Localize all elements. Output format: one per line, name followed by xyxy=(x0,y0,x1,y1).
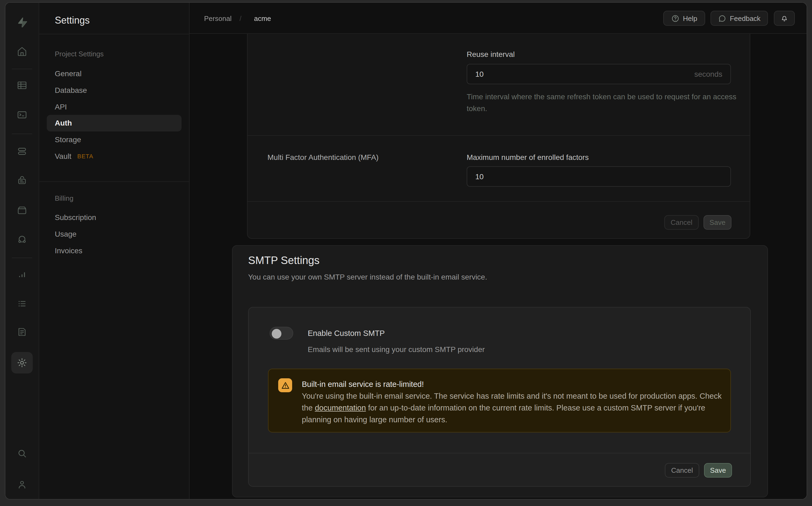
sidebar-header-divider xyxy=(39,34,189,34)
sidebar-item-database[interactable]: Database xyxy=(47,82,181,98)
notifications-button[interactable] xyxy=(774,11,795,26)
sidebar-item-subscription[interactable]: Subscription xyxy=(47,209,181,226)
smtp-title: SMTP Settings xyxy=(248,254,319,267)
top-header: Personal / acme Help Feedback xyxy=(190,3,807,34)
footer-divider xyxy=(247,201,750,202)
smtp-card: Enable Custom SMTP Emails will be sent u… xyxy=(248,307,751,487)
beta-badge: BETA xyxy=(77,153,93,159)
smtp-cancel-button[interactable]: Cancel xyxy=(665,463,699,478)
settings-icon[interactable] xyxy=(11,352,33,373)
home-icon[interactable] xyxy=(11,41,33,62)
reuse-interval-input-box: seconds xyxy=(467,64,731,84)
settings-sidebar: Settings Project Settings General Databa… xyxy=(39,3,190,499)
rail-divider xyxy=(12,69,32,69)
smtp-subtitle: You can use your own SMTP server instead… xyxy=(248,273,487,281)
rail-divider xyxy=(12,134,32,134)
auth-save-button[interactable]: Save xyxy=(704,215,731,230)
mfa-section-label: Multi Factor Authentication (MFA) xyxy=(268,153,379,162)
smtp-settings-panel: SMTP Settings You can use your own SMTP … xyxy=(232,245,768,497)
mfa-max-factors-input[interactable] xyxy=(467,167,730,186)
smtp-footer-divider xyxy=(249,453,750,453)
section-label-project-settings: Project Settings xyxy=(55,50,104,58)
enable-smtp-label: Enable Custom SMTP xyxy=(308,329,385,338)
sidebar-item-usage[interactable]: Usage xyxy=(47,226,181,242)
edge-functions-icon[interactable] xyxy=(11,229,33,250)
reuse-interval-input[interactable] xyxy=(467,64,730,84)
auth-cancel-button[interactable]: Cancel xyxy=(664,215,699,230)
breadcrumb-separator: / xyxy=(239,3,241,34)
enable-smtp-toggle[interactable] xyxy=(270,327,293,340)
toggle-knob xyxy=(272,329,281,338)
sql-editor-icon[interactable] xyxy=(11,104,33,125)
chat-bubble-icon xyxy=(718,14,726,22)
table-editor-icon[interactable] xyxy=(11,75,33,96)
mfa-field-label: Maximum number of enrolled factors xyxy=(467,153,589,162)
warning-title: Built-in email service is rate-limited! xyxy=(302,378,729,390)
help-button[interactable]: Help xyxy=(663,11,705,26)
sidebar-section-divider xyxy=(39,181,189,182)
documentation-link[interactable]: documentation xyxy=(315,404,366,412)
row-divider xyxy=(247,135,750,136)
profile-icon[interactable] xyxy=(11,474,33,495)
warning-body: You're using the built-in email service.… xyxy=(302,390,729,425)
project-settings-list: General Database API Auth Storage Vault … xyxy=(47,66,181,164)
reuse-interval-unit: seconds xyxy=(694,70,722,78)
page-title: Settings xyxy=(55,15,90,26)
api-docs-icon[interactable] xyxy=(11,321,33,342)
sidebar-item-storage[interactable]: Storage xyxy=(47,132,181,148)
sidebar-item-invoices[interactable]: Invoices xyxy=(47,242,181,259)
mfa-input-box xyxy=(467,166,731,187)
help-circle-icon xyxy=(671,14,679,22)
reports-icon[interactable] xyxy=(11,264,33,285)
sidebar-item-api[interactable]: API xyxy=(47,98,181,115)
sidebar-item-vault[interactable]: Vault BETA xyxy=(47,148,181,164)
warning-triangle-icon xyxy=(278,378,292,392)
logs-icon[interactable] xyxy=(11,293,33,315)
reuse-interval-help: Time interval where the same refresh tok… xyxy=(467,91,738,114)
billing-list: Subscription Usage Invoices xyxy=(47,209,181,259)
enable-smtp-help: Emails will be sent using your custom SM… xyxy=(308,345,485,354)
storage-icon[interactable] xyxy=(11,199,33,221)
smtp-save-button[interactable]: Save xyxy=(704,463,732,478)
content-area: Reuse interval seconds Time interval whe… xyxy=(190,34,807,499)
sidebar-item-auth[interactable]: Auth xyxy=(47,115,181,131)
database-icon[interactable] xyxy=(11,141,33,162)
breadcrumb-org[interactable]: Personal xyxy=(204,3,232,34)
app-window: Settings Project Settings General Databa… xyxy=(5,2,807,500)
warning-text: Built-in email service is rate-limited! … xyxy=(302,378,729,425)
rate-limit-warning: Built-in email service is rate-limited! … xyxy=(268,369,731,432)
auth-icon[interactable] xyxy=(11,170,33,191)
sidebar-item-general[interactable]: General xyxy=(47,66,181,82)
rail-divider xyxy=(12,258,32,258)
search-icon[interactable] xyxy=(11,443,33,464)
icon-rail xyxy=(5,3,39,499)
section-label-billing: Billing xyxy=(55,194,73,202)
auth-settings-card: Reuse interval seconds Time interval whe… xyxy=(247,34,750,239)
supabase-logo-icon[interactable] xyxy=(16,16,28,31)
breadcrumb-project[interactable]: acme xyxy=(254,3,271,34)
bell-icon xyxy=(780,14,788,22)
reuse-interval-label: Reuse interval xyxy=(467,50,515,59)
feedback-button[interactable]: Feedback xyxy=(711,11,768,26)
